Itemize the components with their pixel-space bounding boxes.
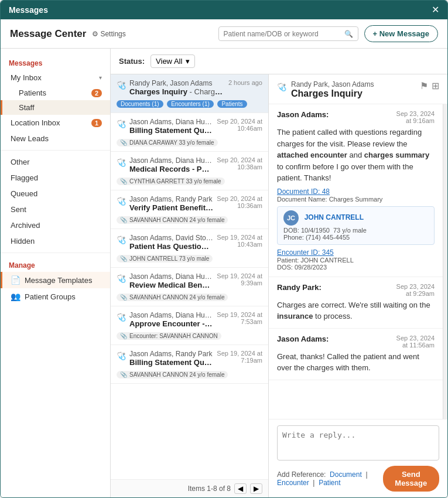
message-subject: Billing Statement Ques... <box>129 358 213 367</box>
document-icon: 📄 <box>11 275 20 285</box>
sidebar-item-message-templates[interactable]: 📄 Message Templates <box>1 272 110 288</box>
next-page-button[interactable]: ▶ <box>250 483 262 494</box>
list-item[interactable]: Jason Adams, Randy Park Billing Statemen… <box>111 345 268 384</box>
stethoscope-icon <box>277 81 286 92</box>
detail-header: Randy Park, Jason Adams Charges Inquiry … <box>269 74 447 104</box>
messages-panel: Randy Park, Jason Adams Charges Inquiry … <box>111 74 447 497</box>
prev-page-button[interactable]: ◀ <box>234 483 247 494</box>
message-time: Sep 19, 2024 at7:53am <box>217 311 262 325</box>
sidebar: Messages My Inbox ▾ Patients 2 Staff Loc… <box>1 49 111 497</box>
reply-footer: Add Reference: Document | Encounter | Pa… <box>277 466 439 492</box>
archive-button[interactable]: ⊞ <box>432 80 439 91</box>
send-message-button[interactable]: Send Message <box>383 466 439 492</box>
message-time: Sep 20, 2024 at10:46am <box>217 118 262 132</box>
message-names: Jason Adams, Randy Park <box>129 195 213 203</box>
message-names: Jason Adams, Diana Hudson <box>129 272 213 281</box>
settings-link[interactable]: Settings <box>92 30 125 38</box>
bubble-sender: Randy Park: <box>277 283 322 297</box>
flag-button[interactable]: ⚑ <box>420 80 428 91</box>
list-item[interactable]: Jason Adams, Diana Hudson Review Medical… <box>111 268 268 306</box>
sidebar-item-label: New Leads <box>11 134 49 143</box>
list-item[interactable]: Jason Adams, Diana Hudson Medical Record… <box>111 152 268 190</box>
manage-section-label: Manage <box>1 257 110 272</box>
sidebar-item-hidden[interactable]: Hidden <box>1 233 110 249</box>
sidebar-item-label: Patients <box>19 88 46 97</box>
message-time: Sep 19, 2024 at7:19am <box>217 350 262 364</box>
bubble-time: Sep 23, 2024at 11:56am <box>396 335 435 349</box>
list-item[interactable]: Randy Park, Jason Adams Charges Inquiry … <box>111 74 268 113</box>
bubble-sender: Jason Adams: <box>277 335 329 349</box>
reply-input[interactable] <box>277 425 439 461</box>
paperclip-icon: 📎 <box>120 178 127 185</box>
list-item[interactable]: Jason Adams, David Stone Patient Has Que… <box>111 229 268 268</box>
new-message-button[interactable]: + New Message <box>364 25 438 42</box>
list-item[interactable]: Jason Adams, Randy Park Verify Patient B… <box>111 190 268 229</box>
close-button[interactable]: ✕ <box>432 5 439 15</box>
search-box[interactable] <box>218 26 358 41</box>
chevron-down-icon: ▾ <box>186 57 190 66</box>
sidebar-item-label: Location Inbox <box>11 118 60 127</box>
message-info: Jason Adams, Diana Hudson Billing Statem… <box>129 118 213 135</box>
message-time: 2 hours ago <box>228 79 262 86</box>
stethoscope-icon <box>117 351 126 360</box>
sidebar-item-label: Hidden <box>11 237 35 245</box>
encounter-details: Patient: JOHN CANTRELLDOS: 09/28/2023 <box>277 257 435 271</box>
encounter-link[interactable]: Encounter ID: 345 <box>277 248 435 257</box>
message-bubble: Randy Park: Sep 23, 2024at 9:29am Charge… <box>269 277 443 329</box>
reference-document-link[interactable]: Document <box>330 470 362 479</box>
search-input[interactable] <box>224 30 341 38</box>
status-select[interactable]: View All ▾ <box>151 54 195 68</box>
pagination-bar: Items 1-8 of 8 ◀ ▶ <box>111 479 268 497</box>
header-right: + New Message <box>218 25 438 42</box>
sidebar-item-my-inbox[interactable]: My Inbox ▾ <box>1 70 110 86</box>
sidebar-item-queued[interactable]: Queued <box>1 186 110 202</box>
message-info: Jason Adams, Randy Park Billing Statemen… <box>129 350 213 367</box>
document-name: Document Name: Charges Summary <box>277 196 435 203</box>
message-subject: Review Medical Benefits... <box>129 281 213 289</box>
patient-name[interactable]: JOHN CANTRELL <box>305 213 364 221</box>
bubble-text: The patient called with questions regard… <box>277 127 435 184</box>
reference-encounter-link[interactable]: Encounter <box>277 479 309 487</box>
sidebar-item-staff[interactable]: Staff <box>1 100 110 115</box>
paperclip-icon: 📎 <box>120 255 127 262</box>
document-link[interactable]: Document ID: 48 <box>277 187 435 196</box>
sidebar-item-location-inbox[interactable]: Location Inbox 1 <box>1 115 110 131</box>
title-bar: Messages ✕ <box>1 1 447 19</box>
list-item[interactable]: Jason Adams, Diana Hudson Billing Statem… <box>111 113 268 152</box>
stethoscope-icon <box>117 312 126 322</box>
sidebar-item-new-leads[interactable]: New Leads <box>1 131 110 146</box>
settings-label: Settings <box>100 30 125 38</box>
message-info: Jason Adams, Diana Hudson Medical Record… <box>129 156 213 173</box>
message-names: Jason Adams, Diana Hudson <box>129 311 213 319</box>
patient-tag: 📎 SAVANNAH CANNON 24 y/o female <box>117 294 228 301</box>
bubble-sender: Jason Adams: <box>277 110 329 124</box>
sidebar-item-patient-groups[interactable]: 👥 Patient Groups <box>1 288 110 305</box>
message-list: Randy Park, Jason Adams Charges Inquiry … <box>111 74 269 497</box>
sidebar-item-sent[interactable]: Sent <box>1 202 110 217</box>
bubble-time: Sep 23, 2024at 9:16am <box>396 110 435 124</box>
message-info: Jason Adams, Diana Hudson Approve Encoun… <box>129 311 213 328</box>
sidebar-divider-2 <box>1 253 110 253</box>
message-subject: Billing Statement Ques... <box>129 126 213 135</box>
message-time: Sep 20, 2024 at10:36am <box>217 195 262 209</box>
message-subject: Medical Records - Patient... <box>129 165 213 173</box>
list-item[interactable]: Jason Adams, Diana Hudson Approve Encoun… <box>111 306 268 345</box>
paperclip-icon: 📎 <box>120 217 127 223</box>
sidebar-item-archived[interactable]: Archived <box>1 217 110 233</box>
sidebar-item-label: Flagged <box>11 173 38 182</box>
paperclip-icon: 📎 <box>120 139 127 146</box>
scroll-bar[interactable] <box>443 104 447 419</box>
detail-header-left: Randy Park, Jason Adams Charges Inquiry <box>277 80 374 99</box>
header: Message Center Settings + New Message <box>1 19 447 49</box>
status-select-value: View All <box>156 57 182 66</box>
sidebar-item-other[interactable]: Other <box>1 154 110 170</box>
message-time: Sep 19, 2024 at9:39am <box>217 272 262 286</box>
stethoscope-icon <box>117 119 126 128</box>
body: Messages My Inbox ▾ Patients 2 Staff Loc… <box>1 49 447 497</box>
sidebar-item-patients[interactable]: Patients 2 <box>1 86 110 100</box>
reference-patient-link[interactable]: Patient <box>319 479 340 487</box>
message-tag: Patients <box>217 100 247 108</box>
patient-details: DOB: 10/4/1950 73 y/o male Phone: (714) … <box>283 227 428 241</box>
bubble-text: Great, thanks! Called the patient and we… <box>277 351 435 374</box>
sidebar-item-flagged[interactable]: Flagged <box>1 170 110 186</box>
